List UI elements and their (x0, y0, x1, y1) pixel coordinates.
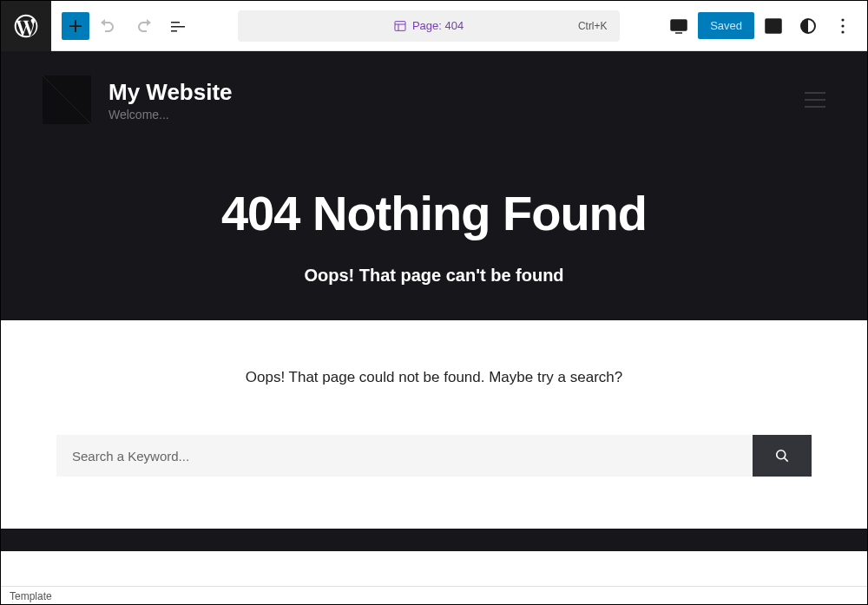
options-button[interactable] (827, 10, 858, 42)
redo-icon (133, 16, 154, 36)
breadcrumb-item[interactable]: Template (10, 590, 52, 602)
editor-canvas[interactable]: My Website Welcome... 404 Nothing Found … (1, 51, 867, 586)
svg-rect-3 (671, 20, 687, 30)
save-button[interactable]: Saved (698, 12, 754, 39)
svg-point-8 (841, 24, 844, 27)
undo-button[interactable] (93, 10, 124, 42)
document-label: Page: 404 (412, 19, 464, 32)
svg-line-11 (785, 458, 788, 462)
document-title-bar[interactable]: Page: 404 Ctrl+K (238, 10, 620, 42)
search-icon (773, 447, 791, 464)
styles-button[interactable] (792, 10, 824, 42)
status-bar: Template (1, 586, 867, 605)
add-block-button[interactable] (62, 12, 89, 40)
svg-point-7 (841, 18, 844, 21)
layout-icon (393, 19, 407, 33)
shortcut-hint: Ctrl+K (578, 20, 608, 32)
view-button[interactable] (663, 10, 694, 42)
sidebar-icon (763, 16, 784, 36)
content-block[interactable]: Oops! That page could not be found. Mayb… (1, 320, 867, 529)
site-logo-placeholder[interactable] (43, 76, 91, 124)
menu-icon[interactable] (805, 92, 825, 108)
site-footer-block[interactable] (1, 529, 867, 551)
search-block[interactable] (56, 435, 812, 477)
half-circle-icon (798, 16, 819, 36)
svg-rect-0 (395, 21, 405, 30)
site-header-block[interactable]: My Website Welcome... 404 Nothing Found … (1, 51, 867, 320)
svg-rect-5 (766, 19, 781, 33)
plus-icon (65, 16, 86, 36)
help-paragraph[interactable]: Oops! That page could not be found. Mayb… (56, 369, 812, 386)
svg-point-9 (841, 30, 844, 33)
site-title[interactable]: My Website (108, 79, 233, 106)
svg-point-10 (777, 450, 786, 459)
wordpress-logo-button[interactable] (1, 1, 51, 51)
search-input[interactable] (56, 435, 753, 477)
undo-icon (98, 16, 119, 36)
more-vertical-icon (832, 16, 853, 36)
site-tagline[interactable]: Welcome... (108, 108, 233, 122)
list-view-icon (168, 16, 188, 36)
document-overview-button[interactable] (162, 10, 194, 42)
page-heading[interactable]: 404 Nothing Found (43, 185, 825, 241)
redo-button[interactable] (128, 10, 159, 42)
page-subheading[interactable]: Oops! That page can't be found (43, 266, 825, 286)
editor-toolbar: Page: 404 Ctrl+K Saved (1, 1, 867, 51)
desktop-icon (668, 16, 689, 36)
wordpress-icon (12, 12, 40, 40)
settings-sidebar-button[interactable] (758, 10, 789, 42)
search-button[interactable] (753, 435, 812, 477)
